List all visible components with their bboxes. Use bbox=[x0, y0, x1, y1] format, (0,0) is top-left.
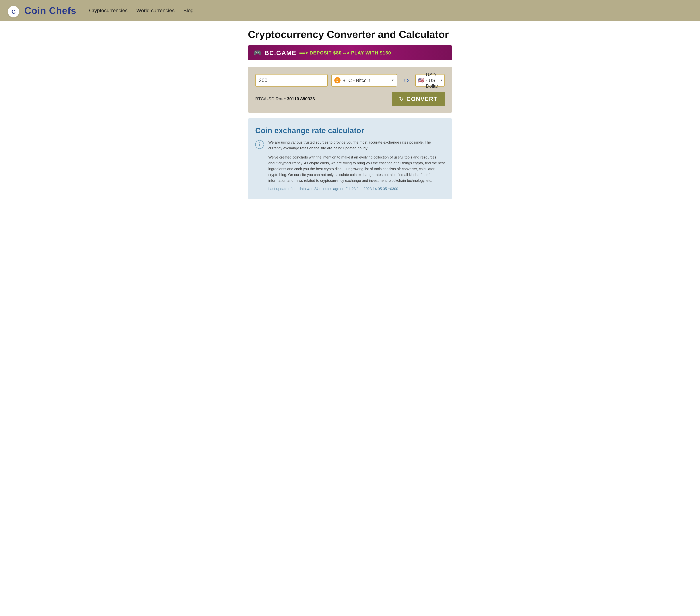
from-currency-label: BTC - Bitcoin bbox=[342, 78, 389, 83]
convert-button[interactable]: ↻ CONVERT bbox=[392, 92, 445, 106]
logo-icon-wrap: ☁ C bbox=[7, 3, 22, 18]
info-content: ℹ We are using various trusted sources t… bbox=[255, 139, 445, 191]
logo-link[interactable]: ☁ C Coin Chefs bbox=[7, 3, 76, 18]
swap-button[interactable]: ⇔ bbox=[401, 75, 412, 86]
ad-banner[interactable]: 🎮 BC.GAME ==> DEPOSIT $80 --> PLAY WITH … bbox=[248, 46, 452, 60]
info-icon-col: ℹ bbox=[255, 139, 264, 191]
btc-icon: ₿ bbox=[334, 77, 340, 84]
from-currency-arrow: ▼ bbox=[391, 79, 394, 82]
usd-flag-icon: 🇺🇸 bbox=[418, 78, 424, 83]
to-currency-label: USD - US Dollar bbox=[426, 72, 438, 89]
convert-icon: ↻ bbox=[399, 96, 404, 102]
to-currency-select[interactable]: 🇺🇸 USD - US Dollar ▼ bbox=[415, 74, 445, 87]
swap-icon: ⇔ bbox=[403, 77, 409, 84]
rate-display: BTC/USD Rate: 30110.880336 bbox=[255, 97, 315, 102]
info-para-1: We are using various trusted sources to … bbox=[268, 139, 445, 151]
header: ☁ C Coin Chefs Cryptocurrencies World cu… bbox=[0, 0, 700, 21]
convert-label: CONVERT bbox=[407, 96, 438, 102]
amount-input[interactable] bbox=[255, 74, 328, 87]
converter-row: ₿ BTC - Bitcoin ▼ ⇔ 🇺🇸 USD - US Dollar ▼ bbox=[255, 74, 445, 87]
info-text-col: We are using various trusted sources to … bbox=[268, 139, 445, 191]
page-title: Cryptocurrency Converter and Calculator bbox=[248, 28, 452, 40]
logo-circle: C bbox=[7, 5, 20, 18]
info-box: Coin exchange rate calculator ℹ We are u… bbox=[248, 118, 452, 199]
to-currency-arrow: ▼ bbox=[440, 79, 443, 82]
rate-value: 30110.880336 bbox=[287, 97, 315, 101]
info-icon: ℹ bbox=[255, 140, 264, 149]
converter-bottom: BTC/USD Rate: 30110.880336 ↻ CONVERT bbox=[255, 92, 445, 106]
info-title: Coin exchange rate calculator bbox=[255, 126, 445, 135]
nav-cryptocurrencies[interactable]: Cryptocurrencies bbox=[89, 8, 128, 13]
from-currency-select[interactable]: ₿ BTC - Bitcoin ▼ bbox=[332, 74, 397, 87]
rate-label: BTC/USD Rate: bbox=[255, 97, 286, 101]
logo-text: Coin Chefs bbox=[24, 5, 76, 16]
info-para-2: We've created coinchefs with the intenti… bbox=[268, 154, 445, 183]
ad-brand: BC.GAME bbox=[264, 49, 297, 56]
info-update: Last update of our data was 34 minutes a… bbox=[268, 187, 445, 191]
main-nav: Cryptocurrencies World currencies Blog bbox=[89, 8, 193, 13]
nav-blog[interactable]: Blog bbox=[183, 8, 193, 13]
nav-world-currencies[interactable]: World currencies bbox=[136, 8, 175, 13]
main-content: Cryptocurrency Converter and Calculator … bbox=[244, 21, 456, 206]
converter-box: ₿ BTC - Bitcoin ▼ ⇔ 🇺🇸 USD - US Dollar ▼… bbox=[248, 67, 452, 113]
ad-text: ==> DEPOSIT $80 --> PLAY WITH $160 bbox=[299, 50, 391, 56]
ad-icon: 🎮 bbox=[253, 49, 262, 57]
